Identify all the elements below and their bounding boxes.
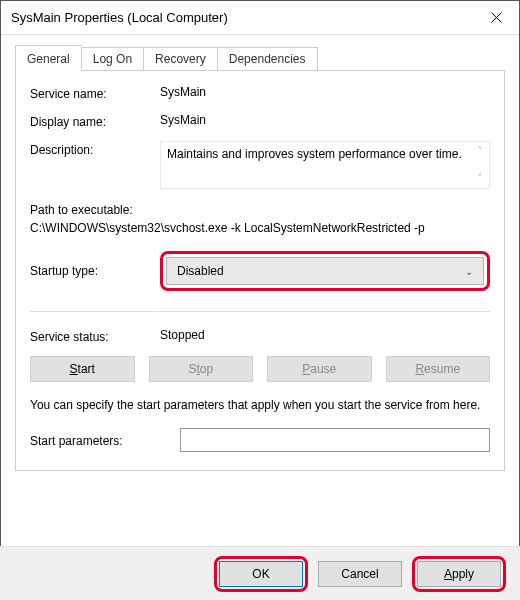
cancel-button[interactable]: Cancel bbox=[318, 561, 402, 587]
tab-general[interactable]: General bbox=[15, 45, 82, 71]
highlight-apply: Apply bbox=[412, 556, 506, 592]
value-path: C:\WINDOWS\system32\svchost.exe -k Local… bbox=[30, 219, 490, 237]
label-path: Path to executable: bbox=[30, 201, 490, 219]
highlight-startup-type: Disabled ⌄ bbox=[160, 251, 490, 291]
label-start-params: Start parameters: bbox=[30, 432, 180, 448]
start-button[interactable]: Start bbox=[30, 356, 135, 382]
chevron-down-icon: ˅ bbox=[477, 171, 483, 186]
window-title: SysMain Properties (Local Computer) bbox=[11, 10, 228, 25]
start-params-note: You can specify the start parameters tha… bbox=[30, 396, 490, 414]
label-display-name: Display name: bbox=[30, 113, 160, 129]
value-service-name: SysMain bbox=[160, 85, 490, 99]
value-display-name: SysMain bbox=[160, 113, 490, 127]
chevron-down-icon: ⌄ bbox=[465, 266, 473, 277]
tab-logon[interactable]: Log On bbox=[81, 47, 144, 70]
startup-type-select[interactable]: Disabled ⌄ bbox=[166, 257, 484, 285]
highlight-ok: OK bbox=[214, 556, 308, 592]
label-startup-type: Startup type: bbox=[30, 264, 160, 278]
stop-button[interactable]: Stop bbox=[149, 356, 254, 382]
tab-bar: General Log On Recovery Dependencies bbox=[15, 45, 505, 70]
tab-recovery[interactable]: Recovery bbox=[143, 47, 218, 70]
pause-button[interactable]: Pause bbox=[267, 356, 372, 382]
description-scrollbar[interactable]: ˄ ˅ bbox=[473, 144, 487, 186]
description-box: Maintains and improves system performanc… bbox=[160, 141, 490, 189]
ok-button[interactable]: OK bbox=[219, 561, 303, 587]
apply-button[interactable]: Apply bbox=[417, 561, 501, 587]
label-service-status: Service status: bbox=[30, 328, 160, 344]
value-service-status: Stopped bbox=[160, 328, 490, 342]
dialog-footer: OK Cancel Apply bbox=[0, 546, 520, 600]
close-button[interactable] bbox=[473, 1, 519, 35]
divider bbox=[30, 311, 490, 312]
tab-panel-general: Service name: SysMain Display name: SysM… bbox=[15, 70, 505, 471]
title-bar: SysMain Properties (Local Computer) bbox=[1, 1, 519, 35]
label-description: Description: bbox=[30, 141, 160, 157]
startup-type-value: Disabled bbox=[177, 264, 224, 278]
label-service-name: Service name: bbox=[30, 85, 160, 101]
start-params-input[interactable] bbox=[180, 428, 490, 452]
close-icon bbox=[491, 12, 502, 23]
chevron-up-icon: ˄ bbox=[477, 144, 483, 159]
tab-dependencies[interactable]: Dependencies bbox=[217, 47, 318, 70]
resume-button[interactable]: Resume bbox=[386, 356, 491, 382]
description-text: Maintains and improves system performanc… bbox=[167, 147, 462, 161]
